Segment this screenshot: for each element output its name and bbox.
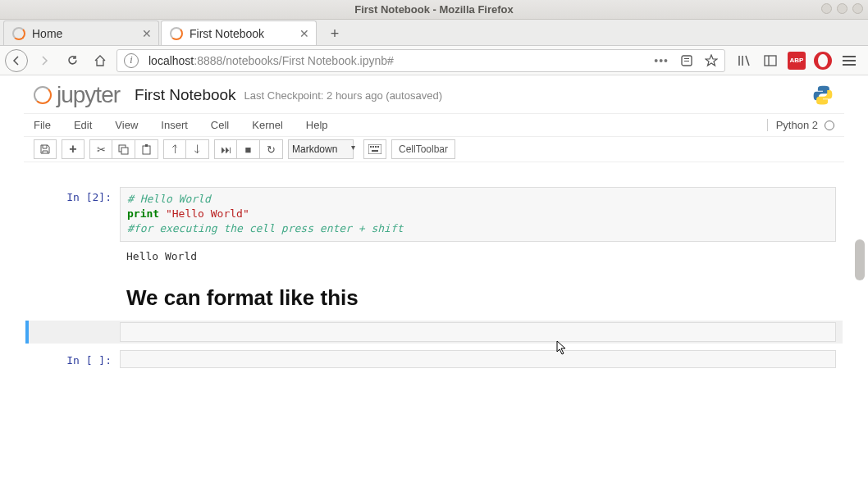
markdown-cell-rendered[interactable]: We can format like this <box>25 269 843 321</box>
keyboard-icon <box>368 144 381 154</box>
arrow-right-icon <box>39 55 50 66</box>
svg-rect-6 <box>121 148 128 154</box>
arrow-left-icon <box>11 55 22 66</box>
page-content: jupyter First Notebook Last Checkpoint: … <box>0 75 868 487</box>
bookmark-star-icon[interactable] <box>705 54 718 67</box>
svg-rect-13 <box>377 146 379 148</box>
menu-button[interactable] <box>840 52 858 70</box>
tab-home[interactable]: Home ✕ <box>3 20 159 45</box>
kernel-indicator[interactable]: Python 2 <box>767 119 834 131</box>
notebook-header: jupyter First Notebook Last Checkpoint: … <box>24 75 844 114</box>
plus-icon: + <box>69 142 76 157</box>
browser-toolbar-right: ABP <box>730 52 863 70</box>
arrow-down-icon: 🡓 <box>192 143 203 156</box>
refresh-icon: ↻ <box>267 143 276 156</box>
command-palette-button[interactable] <box>363 139 386 159</box>
menu-cell[interactable]: Cell <box>211 119 229 131</box>
notebook-container: jupyter First Notebook Last Checkpoint: … <box>24 75 844 394</box>
reader-mode-icon[interactable] <box>680 54 693 67</box>
code-cell[interactable]: In [2]: # Hello World print "Hello World… <box>25 185 843 244</box>
step-forward-icon: ⏭ <box>221 143 231 156</box>
move-up-button[interactable]: 🡑 <box>163 139 186 159</box>
paste-button[interactable] <box>135 139 158 159</box>
empty-input-area[interactable] <box>120 322 836 342</box>
browser-tabstrip: Home ✕ First Notebook ✕ + <box>0 20 868 46</box>
notebook-title[interactable]: First Notebook <box>135 86 236 104</box>
svg-rect-9 <box>368 144 381 154</box>
empty-code-cell[interactable]: In [ ]: <box>25 348 843 370</box>
svg-rect-7 <box>143 146 150 154</box>
menu-kernel[interactable]: Kernel <box>252 119 283 131</box>
extension-icon[interactable] <box>814 52 832 70</box>
cell-toolbar-button[interactable]: CellToolbar <box>391 139 455 159</box>
window-title: First Notebook - Mozilla Firefox <box>354 3 514 16</box>
stop-icon: ■ <box>245 143 252 156</box>
svg-rect-11 <box>372 146 374 148</box>
save-button[interactable] <box>34 139 57 159</box>
site-info-icon[interactable]: i <box>124 53 139 68</box>
stdout-output: Hello World <box>120 245 836 267</box>
markdown-heading: We can format like this <box>126 285 829 311</box>
close-tab-icon[interactable]: ✕ <box>140 27 153 40</box>
browser-navbar: i localhost:8888/notebooks/First Noteboo… <box>0 46 868 75</box>
cut-button[interactable]: ✂ <box>89 139 112 159</box>
jupyter-planet-icon <box>34 86 52 104</box>
svg-rect-10 <box>370 146 372 148</box>
run-button[interactable]: ⏭ <box>214 139 237 159</box>
selected-cell[interactable] <box>25 321 843 344</box>
window-controls <box>821 3 863 14</box>
kernel-status-icon <box>825 121 834 130</box>
tab-label: First Notebook <box>190 27 264 40</box>
restart-button[interactable]: ↻ <box>260 139 283 159</box>
minimize-button[interactable] <box>821 3 832 14</box>
maximize-button[interactable] <box>837 3 847 14</box>
reload-button[interactable] <box>61 49 84 72</box>
menu-file[interactable]: File <box>34 119 51 131</box>
notebook-cells: In [2]: # Hello World print "Hello World… <box>24 162 844 394</box>
input-prompt: In [2]: <box>25 187 120 242</box>
svg-rect-1 <box>684 58 689 59</box>
jupyter-logo[interactable]: jupyter <box>34 82 120 108</box>
paste-icon <box>141 144 152 155</box>
arrow-up-icon: 🡑 <box>170 143 180 156</box>
checkpoint-text: Last Checkpoint: 2 hours ago (autosaved) <box>244 89 442 102</box>
url-bar[interactable]: i localhost:8888/notebooks/First Noteboo… <box>116 49 725 72</box>
svg-rect-8 <box>145 144 148 147</box>
input-prompt: In [ ]: <box>25 350 120 368</box>
page-actions-icon[interactable]: ••• <box>654 54 669 67</box>
svg-rect-12 <box>375 146 377 148</box>
back-button[interactable] <box>5 49 28 72</box>
kernel-name: Python 2 <box>776 119 818 131</box>
close-tab-icon[interactable]: ✕ <box>298 27 311 40</box>
home-button[interactable] <box>89 49 112 72</box>
code-input-area[interactable]: # Hello World print "Hello World" #for e… <box>120 187 836 242</box>
menu-insert[interactable]: Insert <box>161 119 188 131</box>
vertical-scrollbar[interactable] <box>855 239 865 280</box>
url-path: /notebooks/First Notebook.ipynb# <box>222 54 394 67</box>
scissors-icon: ✂ <box>97 143 106 156</box>
library-icon[interactable] <box>735 52 753 70</box>
svg-rect-14 <box>372 150 378 152</box>
sidebar-icon[interactable] <box>761 52 779 70</box>
move-down-button[interactable]: 🡓 <box>186 139 209 159</box>
copy-button[interactable] <box>112 139 135 159</box>
tab-label: Home <box>32 27 62 40</box>
new-tab-button[interactable]: + <box>323 22 346 45</box>
adblock-icon[interactable]: ABP <box>788 52 806 70</box>
tab-notebook[interactable]: First Notebook ✕ <box>161 20 317 45</box>
cell-type-select[interactable]: Markdown <box>288 139 354 159</box>
jupyter-logo-text: jupyter <box>57 82 120 108</box>
notebook-toolbar: + ✂ 🡑 🡓 ⏭ ■ ↻ Markdown CellToolbar <box>24 137 844 162</box>
save-icon <box>39 143 51 155</box>
svg-rect-2 <box>684 61 689 61</box>
markdown-output[interactable]: We can format like this <box>120 271 836 319</box>
interrupt-button[interactable]: ■ <box>237 139 260 159</box>
menu-help[interactable]: Help <box>306 119 328 131</box>
close-window-button[interactable] <box>852 3 863 14</box>
output-cell: Hello World <box>25 244 843 269</box>
insert-cell-button[interactable]: + <box>62 139 85 159</box>
copy-icon <box>118 144 129 155</box>
menu-view[interactable]: View <box>115 119 138 131</box>
menu-edit[interactable]: Edit <box>74 119 92 131</box>
empty-input-area[interactable] <box>120 350 836 368</box>
